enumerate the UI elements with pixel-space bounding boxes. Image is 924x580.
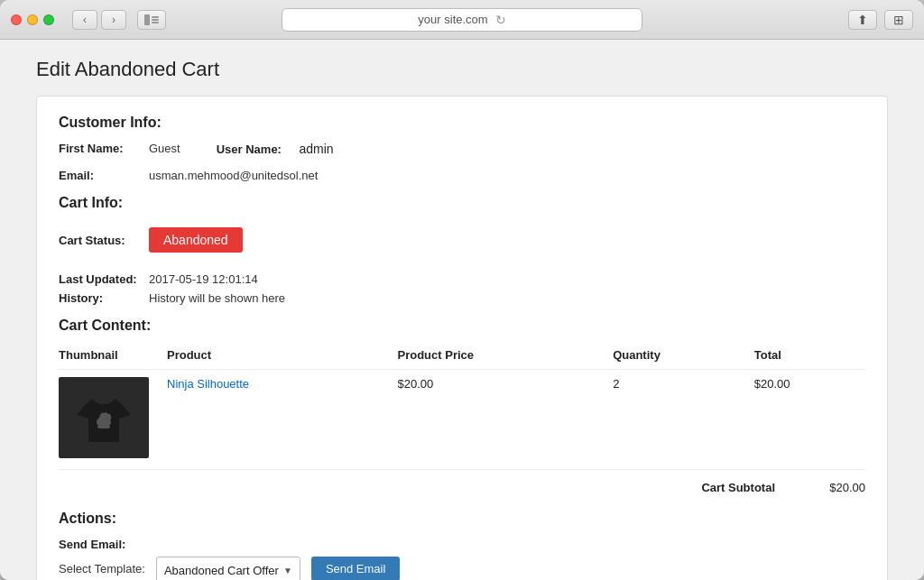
- product-name-cell: Ninja Silhouette: [167, 370, 398, 466]
- svg-rect-3: [152, 22, 159, 23]
- last-updated-label: Last Updated:: [59, 272, 149, 286]
- svg-rect-2: [152, 19, 159, 21]
- page-title: Edit Abandoned Cart: [36, 58, 888, 81]
- forward-button[interactable]: ›: [101, 10, 126, 30]
- customer-info-card: Customer Info: First Name: Guest User Na…: [36, 96, 888, 580]
- sidebar-icon: [144, 14, 159, 25]
- svg-rect-0: [144, 14, 150, 25]
- username-label: User Name:: [217, 143, 282, 156]
- status-badge: Abandoned: [149, 227, 243, 253]
- back-icon: ‹: [83, 14, 87, 26]
- product-link[interactable]: Ninja Silhouette: [167, 377, 249, 391]
- history-row: History: History will be shown here: [59, 291, 865, 305]
- email-row: Email: usman.mehmood@unitedsol.net: [59, 169, 865, 182]
- quantity-cell: 2: [613, 370, 754, 466]
- subtotal-value: $20.00: [811, 481, 865, 494]
- minimize-button[interactable]: [27, 14, 38, 25]
- titlebar: ‹ › your site.com ↻ ⬆ ⊞: [0, 0, 924, 40]
- last-updated-value: 2017-05-19 12:01:14: [149, 272, 258, 286]
- page-content: Edit Abandoned Cart Customer Info: First…: [0, 40, 924, 580]
- new-tab-button[interactable]: ⊞: [884, 10, 913, 30]
- sidebar-toggle-button[interactable]: [137, 10, 166, 30]
- selected-template-label: Abandoned Cart Offer: [164, 564, 280, 577]
- traffic-lights: [11, 14, 54, 25]
- total-col-header: Total: [754, 345, 865, 370]
- cart-content-table: Thumbnail Product Product Price Quantity…: [59, 345, 865, 465]
- address-bar: your site.com ↻: [282, 8, 642, 32]
- price-col-header: Product Price: [398, 345, 614, 370]
- cart-content-heading: Cart Content:: [59, 318, 865, 334]
- product-col-header: Product: [167, 345, 398, 370]
- history-label: History:: [59, 291, 149, 305]
- url-display: your site.com: [418, 13, 487, 26]
- maximize-button[interactable]: [43, 14, 54, 25]
- send-email-label-row: Send Email:: [59, 538, 865, 551]
- subtotal-row: Cart Subtotal $20.00: [59, 469, 865, 494]
- quantity-value: 2: [613, 377, 619, 391]
- email-label: Email:: [59, 169, 149, 182]
- cart-info-heading: Cart Info:: [59, 195, 865, 211]
- select-template-row: Select Template: Abandoned Cart Offer ▼ …: [59, 557, 865, 580]
- cart-status-label: Cart Status:: [59, 234, 149, 247]
- template-dropdown[interactable]: Abandoned Cart Offer ▼: [156, 557, 300, 580]
- refresh-button[interactable]: ↻: [495, 13, 506, 27]
- share-icon: ⬆: [857, 13, 868, 27]
- first-name-row: First Name: Guest User Name: admin: [59, 142, 865, 163]
- quantity-col-header: Quantity: [613, 345, 754, 370]
- select-template-label: Select Template:: [59, 557, 145, 575]
- svg-rect-4: [97, 425, 110, 428]
- nav-buttons: ‹ ›: [72, 10, 126, 30]
- thumbnail-col-header: Thumbnail: [59, 345, 167, 370]
- product-price-cell: $20.00: [398, 370, 614, 466]
- guest-value: Guest: [149, 142, 180, 156]
- back-button[interactable]: ‹: [72, 10, 97, 30]
- close-button[interactable]: [11, 14, 22, 25]
- first-name-label: First Name:: [59, 142, 149, 155]
- email-value: usman.mehmood@unitedsol.net: [149, 169, 318, 182]
- username-value: admin: [299, 142, 333, 156]
- forward-icon: ›: [112, 14, 116, 26]
- actions-heading: Actions:: [59, 511, 865, 527]
- dropdown-chevron-icon: ▼: [283, 566, 292, 575]
- history-value: History will be shown here: [149, 291, 285, 305]
- subtotal-label: Cart Subtotal: [701, 481, 775, 494]
- product-thumbnail: [59, 377, 149, 458]
- share-button[interactable]: ⬆: [848, 10, 877, 30]
- svg-rect-1: [152, 16, 159, 18]
- guest-user-row: Guest User Name: admin: [149, 142, 334, 156]
- last-updated-row: Last Updated: 2017-05-19 12:01:14: [59, 272, 865, 286]
- thumbnail-cell: [59, 370, 167, 466]
- send-email-button[interactable]: Send Email: [311, 557, 400, 580]
- template-dropdown-wrapper: Abandoned Cart Offer ▼ Abandoned Cart Of…: [156, 557, 300, 580]
- send-email-label: Send Email:: [59, 538, 149, 551]
- total-cell: $20.00: [754, 370, 865, 466]
- table-row: Ninja Silhouette $20.00 2 $20.00: [59, 370, 865, 466]
- shirt-icon: [72, 386, 135, 449]
- customer-info-heading: Customer Info:: [59, 115, 865, 131]
- browser-window: ‹ › your site.com ↻ ⬆ ⊞: [0, 0, 924, 580]
- new-tab-icon: ⊞: [893, 13, 904, 27]
- toolbar-right: ⬆ ⊞: [848, 10, 913, 30]
- cart-status-row: Cart Status: Abandoned: [59, 222, 865, 258]
